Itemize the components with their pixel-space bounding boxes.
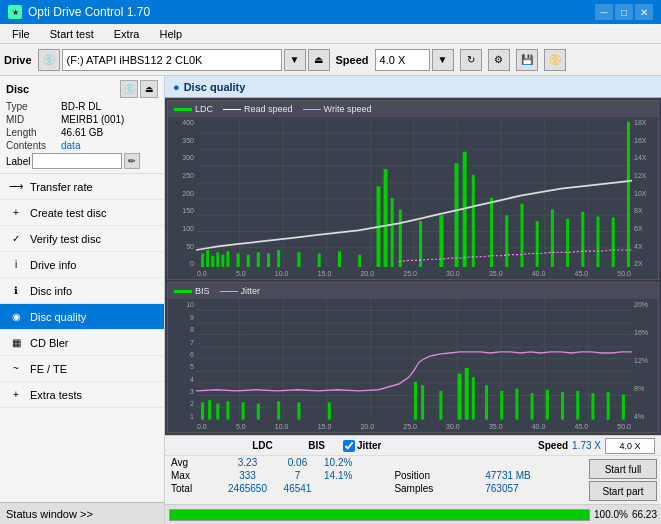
svg-rect-35 — [391, 198, 394, 267]
sidebar-item-disc-quality[interactable]: ◉ Disc quality — [0, 304, 164, 330]
svg-rect-46 — [551, 210, 554, 268]
menu-help[interactable]: Help — [151, 26, 190, 42]
svg-rect-90 — [546, 390, 549, 420]
disc-eject-btn[interactable]: ⏏ — [140, 80, 158, 98]
col-jitter-header: Jitter — [357, 440, 381, 451]
start-full-button[interactable]: Start full — [589, 459, 657, 479]
label-input[interactable] — [32, 153, 122, 169]
menu-extra[interactable]: Extra — [106, 26, 148, 42]
close-button[interactable]: ✕ — [635, 4, 653, 20]
stats-avg-row: Avg 3.23 0.06 10.2% — [165, 456, 585, 469]
drive-select[interactable]: (F:) ATAPI iHBS112 2 CL0K — [62, 49, 282, 71]
speed-select-stats[interactable]: 4.0 X — [605, 438, 655, 454]
settings-button[interactable]: ⚙ — [488, 49, 510, 71]
avg-ldc: 3.23 — [220, 456, 275, 469]
chart2-legend: BIS Jitter — [168, 283, 658, 299]
drive-icon: 💿 — [38, 49, 60, 71]
sidebar-item-drive-info[interactable]: i Drive info — [0, 252, 164, 278]
sidebar-item-transfer-rate[interactable]: ⟶ Transfer rate — [0, 174, 164, 200]
drive-dropdown-btn[interactable]: ▼ — [284, 49, 306, 71]
progress-bar-outer — [169, 509, 590, 521]
svg-rect-21 — [216, 252, 219, 267]
max-ldc: 333 — [220, 469, 275, 482]
sidebar-item-extra-tests[interactable]: + Extra tests — [0, 382, 164, 408]
write-speed-legend-color — [303, 109, 321, 110]
total-bis: 46541 — [275, 482, 320, 495]
length-label: Length — [6, 127, 61, 138]
jitter-legend-color — [220, 291, 238, 292]
stats-max-row: Max 333 7 14.1% Position 47731 MB — [165, 469, 585, 482]
speed-select[interactable]: 4.0 X — [375, 49, 430, 71]
label-edit-btn[interactable]: ✏ — [124, 153, 140, 169]
speed-dropdown-btn[interactable]: ▼ — [432, 49, 454, 71]
svg-rect-45 — [536, 221, 539, 267]
app-title: Opti Drive Control 1.70 — [28, 5, 150, 19]
sidebar-item-verify-test-disc[interactable]: ✓ Verify test disc — [0, 226, 164, 252]
refresh-button[interactable]: ↻ — [460, 49, 482, 71]
sidebar-nav: ⟶ Transfer rate + Create test disc ✓ Ver… — [0, 174, 164, 502]
fe-te-icon: ~ — [8, 361, 24, 377]
svg-rect-44 — [520, 204, 523, 268]
ldc-legend-label: LDC — [195, 104, 213, 114]
bis-legend-label: BIS — [195, 286, 210, 296]
stats-total-row: Total 2465650 46541 Samples 763057 — [165, 482, 585, 495]
disc-quality-title-text: Disc quality — [184, 81, 246, 93]
speed-value-stats: 1.73 X — [572, 440, 601, 451]
total-ldc: 2465650 — [220, 482, 275, 495]
speed-label: Speed — [336, 54, 369, 66]
svg-rect-80 — [414, 382, 417, 420]
sidebar-item-fe-te[interactable]: ~ FE / TE — [0, 356, 164, 382]
status-window-button[interactable]: Status window >> — [0, 502, 164, 524]
svg-rect-86 — [485, 386, 488, 420]
svg-rect-24 — [237, 253, 240, 267]
svg-rect-77 — [277, 402, 280, 420]
svg-rect-83 — [458, 374, 462, 420]
sidebar-item-create-test-disc-label: Create test disc — [30, 207, 106, 219]
svg-rect-19 — [206, 250, 209, 267]
save-button[interactable]: 💾 — [516, 49, 538, 71]
svg-rect-84 — [465, 368, 469, 420]
sidebar-item-cd-bler[interactable]: ▦ CD Bler — [0, 330, 164, 356]
progress-bar-inner — [170, 510, 589, 520]
avg-bis: 0.06 — [275, 456, 320, 469]
stats-table: Avg 3.23 0.06 10.2% Max 333 7 14.1% Posi… — [165, 456, 585, 495]
max-bis: 7 — [275, 469, 320, 482]
menu-start-test[interactable]: Start test — [42, 26, 102, 42]
contents-label: Contents — [6, 140, 61, 151]
read-speed-legend-label: Read speed — [244, 104, 293, 114]
svg-rect-91 — [561, 392, 564, 420]
sidebar: Disc 💿 ⏏ Type BD-R DL MID MEIRB1 (001) L… — [0, 76, 165, 524]
maximize-button[interactable]: □ — [615, 4, 633, 20]
disc-button[interactable]: 📀 — [544, 49, 566, 71]
bis-legend-color — [174, 290, 192, 293]
disc-quality-title-bar: ● Disc quality — [165, 76, 661, 98]
content-area: ● Disc quality LDC Read speed — [165, 76, 661, 524]
svg-rect-41 — [472, 175, 475, 268]
sidebar-item-transfer-rate-label: Transfer rate — [30, 181, 93, 193]
svg-rect-25 — [247, 255, 250, 268]
drive-label: Drive — [4, 54, 32, 66]
mid-label: MID — [6, 114, 61, 125]
svg-rect-71 — [201, 403, 204, 420]
svg-rect-49 — [597, 216, 600, 267]
eject-button[interactable]: ⏏ — [308, 49, 330, 71]
stats-bar: LDC BIS Jitter Speed 1.73 X 4.0 X Avg — [165, 435, 661, 504]
sidebar-item-create-test-disc[interactable]: + Create test disc — [0, 200, 164, 226]
sidebar-item-verify-test-disc-label: Verify test disc — [30, 233, 101, 245]
transfer-rate-icon: ⟶ — [8, 179, 24, 195]
svg-rect-88 — [515, 389, 518, 420]
svg-rect-94 — [607, 392, 610, 420]
sidebar-item-disc-info[interactable]: ℹ Disc info — [0, 278, 164, 304]
disc-icon[interactable]: 💿 — [120, 80, 138, 98]
chart2-canvas — [196, 299, 632, 420]
minimize-button[interactable]: ─ — [595, 4, 613, 20]
svg-rect-85 — [472, 377, 475, 420]
svg-rect-78 — [297, 403, 300, 420]
disc-quality-title-icon: ● — [173, 81, 180, 93]
svg-rect-87 — [500, 391, 503, 420]
menu-file[interactable]: File — [4, 26, 38, 42]
start-part-button[interactable]: Start part — [589, 481, 657, 501]
jitter-checkbox[interactable] — [343, 440, 355, 452]
write-speed-legend-label: Write speed — [324, 104, 372, 114]
app-icon: ★ — [8, 5, 22, 19]
